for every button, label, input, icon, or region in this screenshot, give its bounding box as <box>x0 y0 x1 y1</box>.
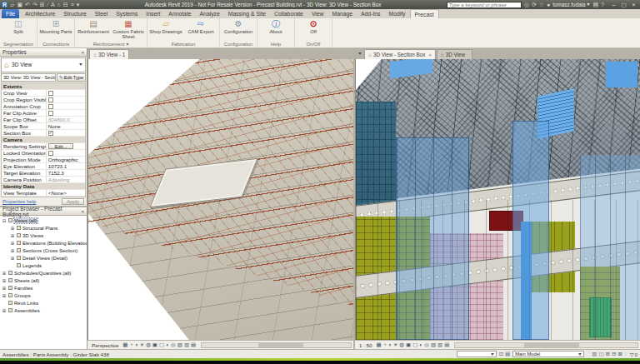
shadows-icon[interactable]: ◑ <box>388 342 392 348</box>
horizontal-scrollbar[interactable] <box>201 342 352 348</box>
property-row[interactable]: Camera Position Adjusting <box>2 177 85 183</box>
checkbox[interactable] <box>48 91 53 96</box>
project-browser-header[interactable]: Project Browser - Precast Building.rvt × <box>0 207 87 216</box>
ribbon-tab[interactable]: Annotate <box>164 9 195 18</box>
crop-view-icon[interactable]: ▣ <box>406 342 411 348</box>
checkbox[interactable]: ✓ <box>48 131 53 136</box>
property-row[interactable]: Crop View <box>2 90 85 97</box>
edit-button[interactable]: Edit... <box>48 143 73 149</box>
property-row[interactable]: Rendering Settings Edit... <box>2 143 85 150</box>
exchange-apps-icon[interactable]: ▤ <box>592 2 598 7</box>
show-crop-region-icon[interactable]: ▢ <box>159 342 164 348</box>
ribbon-tab[interactable]: Add-Ins <box>357 9 384 18</box>
detail-level-icon[interactable]: ◔ <box>129 342 132 348</box>
checkbox[interactable] <box>48 97 53 102</box>
help-icon[interactable]: ? <box>601 2 604 7</box>
property-row[interactable]: Locked Orientation <box>2 150 85 157</box>
property-value[interactable]: <None> <box>46 190 85 196</box>
worksets-icon[interactable]: ▥ <box>592 352 597 357</box>
worksharing-display-icon[interactable]: ▤ <box>444 342 449 348</box>
temporary-view-properties-icon[interactable]: ▧ <box>431 342 436 348</box>
browser-item[interactable]: Revit Links <box>0 299 87 307</box>
measure-icon[interactable]: ∕ <box>48 2 48 7</box>
favorites-icon[interactable]: ☆ <box>539 2 544 7</box>
release-worksets-icon[interactable]: ◫ <box>598 352 603 357</box>
thin-lines-icon[interactable]: ≡ <box>71 2 74 7</box>
design-options-dropdown[interactable] <box>457 351 497 357</box>
redo-icon[interactable]: ↷ <box>32 2 38 7</box>
text-icon[interactable]: A <box>51 2 55 7</box>
property-value[interactable]: ✓ <box>46 130 85 136</box>
property-row[interactable]: Camera <box>2 137 85 143</box>
save-icon[interactable]: ▣ <box>17 2 22 7</box>
reinforcement-button[interactable]: ▤ Reinforcement <box>77 19 110 40</box>
property-value[interactable]: 7152.3 <box>46 170 85 176</box>
active-workset-icon[interactable]: ▤ <box>505 352 510 357</box>
detail-level-icon[interactable]: ◔ <box>383 342 387 348</box>
close-button[interactable]: × <box>629 1 638 8</box>
press-drag-icon[interactable]: ◌ <box>624 352 628 357</box>
expand-icon[interactable]: ⊞ <box>2 308 7 313</box>
expand-icon[interactable]: ⊞ <box>2 293 7 298</box>
scale-label[interactable]: 1 : 50 <box>357 342 374 348</box>
visual-style-icon[interactable]: ▦ <box>122 342 128 348</box>
close-icon[interactable]: × <box>81 50 84 55</box>
shadows-icon[interactable]: ◑ <box>134 342 138 348</box>
exclude-options-icon[interactable]: ⊠ <box>618 352 622 357</box>
horizontal-scrollbar[interactable] <box>454 342 638 348</box>
ribbon-tab[interactable]: Manage <box>328 9 357 18</box>
ribbon-tab[interactable]: Architecture <box>21 9 59 18</box>
browser-item[interactable]: ⊞ Schedules/Quantities (all) <box>0 269 87 277</box>
section-icon[interactable]: ⊟ <box>63 2 68 7</box>
property-value[interactable]: 10723.1 <box>46 163 85 169</box>
split-button[interactable]: ◫ Split <box>2 19 35 40</box>
ribbon-tab[interactable]: Massing & Site <box>224 9 270 18</box>
browser-item[interactable]: ⊞ Detail Views (Detail) <box>0 254 87 262</box>
browser-item[interactable]: ⊞ Sections (Cross Section) <box>0 247 87 254</box>
property-row[interactable]: Crop Region Visible <box>2 97 85 103</box>
ribbon-tab[interactable]: Precast <box>410 9 439 18</box>
reveal-hidden-elements-icon[interactable]: ◎ <box>171 342 176 348</box>
qat-customize-icon[interactable]: ▾ <box>77 2 80 7</box>
active-workset-dropdown[interactable]: Main Model <box>512 351 584 357</box>
ribbon-tab[interactable]: File <box>2 9 19 18</box>
browser-item[interactable]: ⊞ Families <box>0 284 87 292</box>
property-value[interactable]: 304800.0 <box>46 117 85 122</box>
browser-item[interactable]: ⊞ Sheets (all) <box>0 277 87 284</box>
shop-drawings-button[interactable]: ▱ Shop Drawings <box>149 19 182 40</box>
render-icon[interactable]: ◍ <box>399 342 404 348</box>
property-value[interactable] <box>46 90 85 96</box>
property-row[interactable]: Section Box ✓ <box>2 130 85 137</box>
edit-type-button[interactable]: ✎ Edit Type <box>57 73 86 82</box>
ribbon-tab[interactable]: View <box>308 9 328 18</box>
reveal-hidden-elements-icon[interactable]: ◎ <box>424 342 429 348</box>
expand-icon[interactable]: ⊞ <box>10 226 15 231</box>
design-options-icon[interactable]: ⊡ <box>499 352 503 357</box>
visual-style-icon[interactable]: ▦ <box>376 342 381 348</box>
render-icon[interactable]: ◍ <box>146 342 151 348</box>
design-options-status-icon[interactable]: ⊞ <box>606 352 610 357</box>
ribbon-tab[interactable]: Analyze <box>196 9 224 18</box>
expand-icon[interactable]: ⊟ <box>2 218 7 223</box>
expand-icon[interactable]: ⊞ <box>10 256 15 261</box>
property-row[interactable]: Annotation Crop <box>2 103 85 110</box>
properties-header[interactable]: Properties × <box>0 48 87 57</box>
expand-icon[interactable]: ⊞ <box>2 271 7 276</box>
off-button[interactable]: ⊙ Off <box>297 19 330 40</box>
restore-button[interactable]: ▢ <box>619 1 628 8</box>
tab-list-icon[interactable] <box>358 52 362 55</box>
mounting-parts-button[interactable]: ⊞ Mounting Parts <box>39 19 72 40</box>
custom-fabric-sheet-button[interactable]: ▦ Custom Fabric Sheet <box>112 19 145 40</box>
ribbon-tab[interactable]: Collaborate <box>270 9 308 18</box>
drawing-area-section-box[interactable] <box>355 59 640 340</box>
property-value[interactable]: Orthographic <box>46 157 85 162</box>
show-crop-region-icon[interactable]: ▢ <box>412 342 418 348</box>
user-icon[interactable]: ● <box>547 2 550 7</box>
ribbon-tab[interactable]: Structure <box>59 9 91 18</box>
scale-label[interactable]: Perspective <box>89 342 121 348</box>
temporary-view-properties-icon[interactable]: ▧ <box>178 342 182 348</box>
cam-export-button[interactable]: ⇨ CAM Export <box>184 19 218 40</box>
show-constraints-icon[interactable]: ▥ <box>184 342 189 348</box>
browser-item[interactable]: Legends <box>0 262 87 269</box>
sun-path-icon[interactable]: ☀ <box>139 342 144 348</box>
